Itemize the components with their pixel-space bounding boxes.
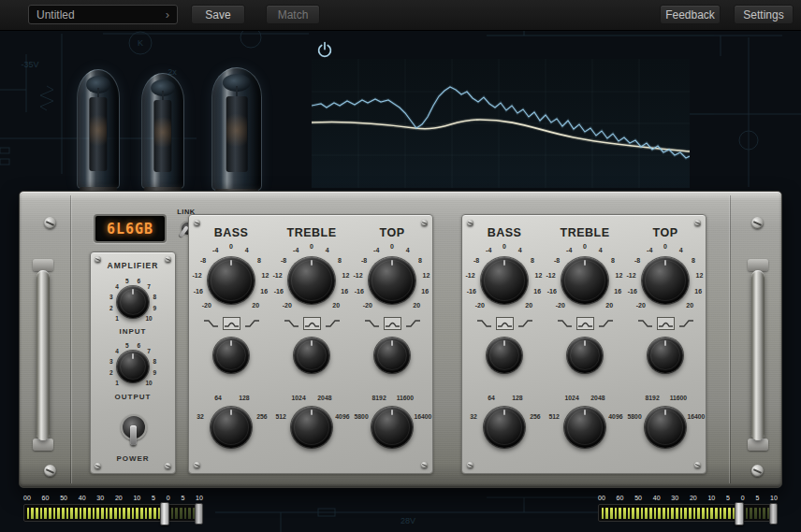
slope-up-icon[interactable] — [325, 318, 341, 329]
preset-selector[interactable]: Untitled › — [28, 5, 178, 24]
band-label: TREBLE — [543, 226, 627, 239]
feedback-button[interactable]: Feedback — [660, 5, 721, 24]
meter-end-handle[interactable] — [769, 503, 778, 525]
band-label: TREBLE — [269, 226, 354, 239]
bell-curve-icon[interactable] — [304, 318, 320, 329]
output-label: OUTPUT — [91, 393, 175, 401]
bell-curve-icon[interactable] — [224, 318, 240, 329]
slope-down-icon[interactable] — [557, 318, 573, 329]
frequency-knob[interactable] — [371, 407, 413, 448]
frequency-knob[interactable] — [645, 407, 686, 448]
meter-left: 0060504030201050510 — [23, 495, 203, 526]
meter-scale: 0060504030201050510 — [598, 495, 778, 502]
gain-knob[interactable] — [642, 257, 689, 304]
bandwidth-knob[interactable] — [648, 338, 683, 373]
slope-down-icon[interactable] — [476, 318, 492, 329]
settings-button[interactable]: Settings — [734, 5, 794, 24]
meter-scale: 0060504030201050510 — [23, 495, 203, 502]
band-label: BASS — [189, 226, 273, 239]
screw — [44, 465, 56, 477]
input-knob[interactable] — [117, 286, 149, 318]
screw — [44, 217, 56, 229]
slope-selector — [462, 318, 546, 330]
band-column-top: TOP -20-16-12-8-4048121620 5800819211600… — [623, 215, 707, 473]
slope-down-icon[interactable] — [203, 318, 219, 329]
match-button[interactable]: Match — [266, 5, 320, 24]
slope-selector — [543, 318, 627, 330]
slope-up-icon[interactable] — [678, 318, 694, 329]
power-toggle[interactable] — [118, 411, 148, 447]
gain-knob[interactable] — [561, 257, 608, 304]
frequency-knob[interactable] — [211, 407, 252, 448]
slope-up-icon[interactable] — [405, 318, 421, 329]
gain-knob[interactable] — [369, 257, 415, 304]
bell-curve-icon[interactable] — [385, 318, 400, 329]
meter-right: 0060504030201050510 — [598, 495, 778, 526]
screw — [165, 463, 171, 469]
schematic-label: K — [138, 38, 143, 48]
toggle-lever — [130, 425, 137, 445]
rack-handle-right — [751, 270, 765, 440]
plugin-window: -35V K 2x 28V — [0, 0, 801, 532]
spectrum-display — [312, 59, 690, 188]
chevron-right-icon: › — [166, 8, 169, 21]
rack-handle-left — [36, 270, 50, 440]
bandwidth-knob[interactable] — [213, 338, 249, 373]
meter-fader-thumb[interactable] — [735, 502, 744, 525]
band-label: TOP — [623, 226, 707, 239]
slope-up-icon[interactable] — [598, 318, 614, 329]
slope-down-icon[interactable] — [284, 318, 299, 329]
frequency-knob[interactable] — [564, 407, 605, 448]
band-column-treble: TREBLE -20-16-12-8-4048121620 5121024204… — [543, 215, 627, 473]
led-meter-track[interactable] — [598, 504, 778, 522]
band-column-bass: BASS -20-16-12-8-4048121620 3264128256 — [462, 215, 546, 473]
slope-down-icon[interactable] — [637, 318, 653, 329]
slope-selector — [623, 318, 707, 330]
band-label: BASS — [462, 226, 546, 239]
band-column-treble: TREBLE -20-16-12-8-4048121620 5121024204… — [269, 215, 354, 473]
vacuum-tube-1 — [77, 69, 120, 202]
frequency-knob[interactable] — [484, 407, 525, 448]
led-meter-track[interactable] — [23, 504, 203, 522]
output-knob[interactable] — [117, 351, 149, 382]
channel-panel-right: BASS -20-16-12-8-4048121620 3264128256 T… — [461, 214, 706, 474]
slope-selector — [189, 318, 273, 330]
bandwidth-knob[interactable] — [567, 338, 603, 373]
frequency-knob[interactable] — [291, 407, 332, 448]
gain-knob[interactable] — [481, 257, 528, 304]
gain-knob[interactable] — [288, 257, 335, 304]
slope-up-icon[interactable] — [517, 318, 533, 329]
toolbar: Untitled › Save Match Feedback Settings — [0, 0, 801, 31]
schematic-label: 28V — [400, 516, 415, 525]
amplifier-panel: AMPLIFIER 12345678910 INPUT 12345678910 … — [90, 252, 176, 474]
schematic-label: -35V — [21, 60, 38, 69]
power-button[interactable] — [316, 41, 333, 58]
power-label: POWER — [91, 454, 175, 463]
band-column-top: TOP -20-16-12-8-4048121620 5800819211600… — [350, 215, 434, 473]
bell-curve-icon[interactable] — [497, 318, 513, 329]
preset-name: Untitled — [36, 8, 75, 22]
slope-up-icon[interactable] — [244, 318, 260, 329]
screw — [95, 463, 101, 469]
slope-down-icon[interactable] — [364, 318, 380, 329]
channel-panel-left: BASS -20-16-12-8-4048121620 3264128256 T… — [188, 214, 433, 474]
meter-end-handle[interactable] — [195, 503, 203, 525]
vacuum-tube-3 — [211, 67, 262, 204]
bell-curve-icon[interactable] — [658, 318, 674, 329]
gain-knob[interactable] — [208, 257, 255, 304]
slope-selector — [350, 318, 434, 330]
bandwidth-knob[interactable] — [294, 338, 329, 373]
slope-selector — [269, 318, 354, 330]
bandwidth-knob[interactable] — [487, 338, 522, 373]
vacuum-tube-2 — [141, 73, 184, 202]
meter-fader-thumb[interactable] — [160, 502, 169, 525]
input-label: INPUT — [91, 327, 175, 336]
bandwidth-knob[interactable] — [374, 338, 410, 373]
band-column-bass: BASS -20-16-12-8-4048121620 3264128256 — [189, 215, 273, 473]
screw — [751, 217, 764, 229]
bell-curve-icon[interactable] — [577, 318, 593, 329]
screw — [751, 465, 764, 477]
save-button[interactable]: Save — [191, 5, 245, 24]
band-label: TOP — [350, 226, 434, 239]
tube-type-display[interactable]: 6L6GB — [94, 214, 167, 243]
